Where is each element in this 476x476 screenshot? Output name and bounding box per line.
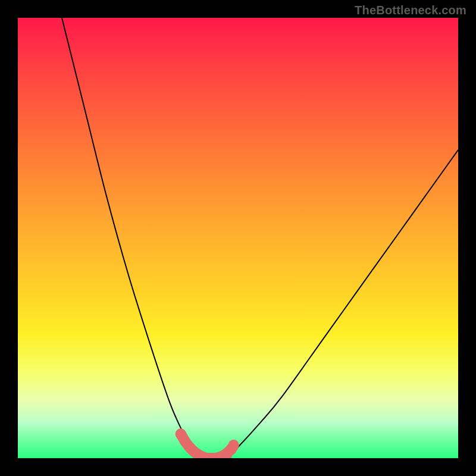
curve-layer	[18, 18, 458, 458]
series-left-curve	[62, 18, 220, 458]
attribution-label: TheBottleneck.com	[355, 4, 466, 17]
valley-highlight-dot	[228, 440, 239, 450]
series-right-curve	[220, 150, 458, 458]
chart-frame: TheBottleneck.com	[0, 0, 476, 476]
plot-area	[18, 18, 458, 458]
